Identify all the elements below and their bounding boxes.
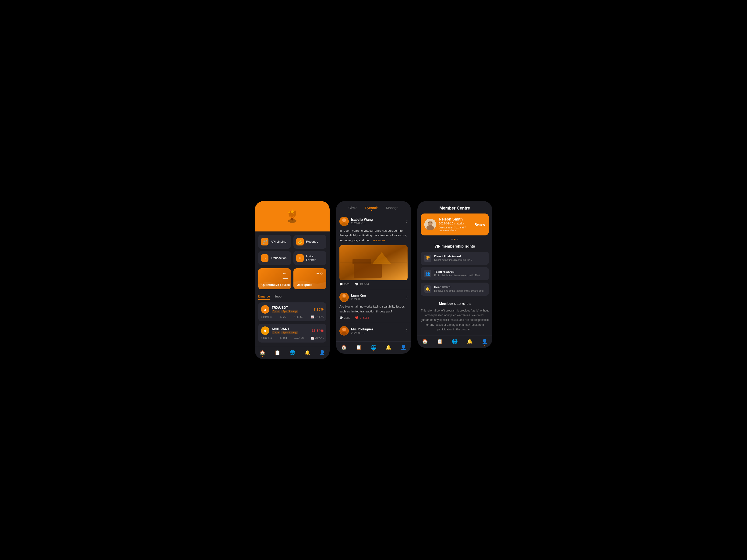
revenue-icon: 💰 bbox=[296, 238, 304, 245]
comment-icon-1: 💬 bbox=[339, 283, 343, 286]
s3-nav-globe[interactable]: 🌐 bbox=[452, 339, 458, 344]
binance-tab[interactable]: Binance bbox=[258, 294, 270, 300]
s1-nav-home[interactable]: 🏠 bbox=[260, 350, 265, 355]
svg-point-4 bbox=[342, 218, 346, 222]
share-icon-2[interactable]: ⤴ bbox=[406, 295, 408, 299]
revenue-button[interactable]: 💰 Revenue bbox=[293, 235, 326, 249]
s1-nav-user[interactable]: 👤 bbox=[319, 350, 325, 355]
post-2: Liam Kim 2024-03-13 ⤴ Are blockchain net… bbox=[336, 289, 411, 323]
post-image-1 bbox=[339, 245, 408, 280]
dot-3[interactable] bbox=[457, 239, 458, 240]
post-1: Isabella Wang 2024-03-13 ⤴ In recent yea… bbox=[336, 213, 411, 289]
member-maturity: 2024-03-25 maturity bbox=[439, 222, 472, 225]
trx-stat-price: $ 0.94885 bbox=[261, 316, 273, 319]
vip-title: VIP membership rights bbox=[417, 244, 492, 248]
s1-nav-bell[interactable]: 🔔 bbox=[304, 350, 310, 355]
comment-icon-2: 💬 bbox=[339, 316, 343, 319]
s2-nav-home[interactable]: 🏠 bbox=[341, 344, 347, 350]
s1-bottom-nav: 🏠 📋 🌐 🔔 👤 bbox=[255, 347, 330, 359]
heart-icon-1: 🤍 bbox=[355, 283, 359, 286]
liam-post-text: Are blockchain networks facing scalabili… bbox=[339, 304, 408, 314]
shib-stat-price: $ 0.65852 bbox=[261, 337, 273, 340]
screen-1: 🔗 API binding 💰 Revenue ↔ Transaction ✉ … bbox=[255, 201, 330, 359]
team-icon: 👥 bbox=[424, 270, 431, 277]
dot-2[interactable] bbox=[454, 239, 456, 240]
s2-nav-user[interactable]: 👤 bbox=[401, 344, 406, 350]
s1-nav-home-dot bbox=[262, 356, 263, 357]
vip-rights: 🏆 Direct Push Award Robot activation dir… bbox=[417, 252, 492, 296]
manage-tab[interactable]: Manage bbox=[386, 206, 398, 211]
member-info: Nelson Smith 2024-03-25 maturity Directl… bbox=[439, 217, 472, 232]
dynamic-tab[interactable]: Dynamic bbox=[365, 206, 379, 211]
user-guide-card[interactable]: ✦✧ User guide bbox=[293, 268, 326, 289]
right-peer-award: 🔔 Peer award Receive 5% of the total mon… bbox=[421, 283, 489, 296]
bell-icon: 🔔 bbox=[424, 285, 431, 293]
share-icon-3[interactable]: ⤴ bbox=[406, 329, 408, 333]
quant-icon: ▪▪━━ bbox=[283, 271, 288, 281]
like-action-2[interactable]: ❤️ 275188 bbox=[355, 316, 369, 319]
s1-nav-list[interactable]: 📋 bbox=[275, 350, 280, 355]
see-more-1[interactable]: see more bbox=[372, 238, 385, 242]
trx-pct: 7.25% bbox=[313, 307, 324, 311]
svg-rect-8 bbox=[353, 259, 371, 264]
like-action-1[interactable]: 🤍 130564 bbox=[355, 283, 369, 286]
exchange-tabs: Binance Huobi bbox=[255, 293, 330, 300]
s2-nav-globe-dot bbox=[373, 350, 374, 351]
trading-section: ▲ TRX/USDT Cycle Sync Strategy 7.25% bbox=[255, 300, 330, 347]
s3-nav-home[interactable]: 🏠 bbox=[422, 339, 428, 344]
s2-nav-bell[interactable]: 🔔 bbox=[386, 344, 391, 350]
team-rewards-desc: Profit distribution team reward ratio 20… bbox=[434, 274, 480, 277]
mia-name: Mia Rodriguez bbox=[351, 327, 374, 331]
shib-stat-count: ◎ 124 bbox=[280, 337, 287, 340]
trx-tag-sync: Sync Strategy bbox=[281, 310, 298, 313]
transaction-button[interactable]: ↔ Transaction bbox=[258, 251, 291, 265]
cards-section: ▪▪━━ Quantitative course ✦✧ User guide bbox=[255, 268, 330, 293]
api-label: API binding bbox=[271, 240, 286, 243]
isabella-name: Isabella Wang bbox=[351, 218, 373, 221]
comment-action-2[interactable]: 💬 3289 bbox=[339, 316, 351, 319]
trx-stat-count: ◎ 25 bbox=[280, 316, 286, 319]
s3-nav-list[interactable]: 📋 bbox=[437, 339, 443, 344]
post-3: Mia Rodriguez 2024-03-12 ⤴ bbox=[336, 323, 411, 341]
quant-label: Quantitative course bbox=[261, 283, 290, 287]
comment-action-1[interactable]: 💬 2720 bbox=[339, 283, 351, 286]
liam-name: Liam Kim bbox=[351, 294, 366, 297]
svg-point-12 bbox=[342, 294, 346, 297]
s1-nav-globe[interactable]: 🌐 bbox=[289, 350, 295, 355]
guide-label: User guide bbox=[297, 283, 312, 287]
banner-icon bbox=[284, 208, 301, 224]
trx-stat-trend: 📈 37.48% bbox=[311, 316, 324, 319]
s3-nav-user[interactable]: 👤 bbox=[482, 339, 488, 344]
member-centre-title: Member Centre bbox=[439, 206, 470, 211]
post-1-actions: 💬 2720 🤍 130564 bbox=[339, 283, 408, 286]
s3-nav-bell[interactable]: 🔔 bbox=[467, 339, 473, 344]
huobi-tab[interactable]: Huobi bbox=[274, 294, 282, 300]
invite-friends-button[interactable]: ✉ Invite Friends bbox=[293, 251, 326, 265]
trx-name: TRX/USDT bbox=[272, 306, 298, 310]
s2-nav-globe[interactable]: 🌐 bbox=[371, 344, 377, 350]
s2-bottom-nav: 🏠 📋 🌐 🔔 👤 bbox=[336, 341, 411, 354]
peer-award-desc: Receive 5% of the total monthly award po… bbox=[434, 289, 484, 292]
quantitative-course-card[interactable]: ▪▪━━ Quantitative course bbox=[258, 268, 291, 289]
screen-2: Circle Dynamic Manage Isabella Wang bbox=[336, 201, 411, 354]
svg-point-16 bbox=[341, 332, 347, 336]
s2-nav-list[interactable]: 📋 bbox=[356, 344, 362, 350]
s3-nav-user-dot bbox=[484, 345, 485, 346]
member-name: Nelson Smith bbox=[439, 217, 472, 221]
guide-icon: ✦✧ bbox=[316, 271, 323, 276]
circle-tab[interactable]: Circle bbox=[349, 206, 357, 211]
heart-icon-2: ❤️ bbox=[355, 316, 359, 319]
mia-avatar bbox=[339, 326, 349, 336]
liam-date: 2024-03-13 bbox=[351, 297, 366, 301]
renew-button[interactable]: Renew bbox=[474, 222, 485, 226]
shib-row: ◆ SHIB/USDT Cycle Sync Strategy -15.34% bbox=[258, 324, 326, 343]
s3-bottom-nav: 🏠 📋 🌐 🔔 👤 bbox=[417, 336, 492, 348]
api-icon: 🔗 bbox=[261, 238, 268, 245]
member-centre-header: Member Centre bbox=[417, 201, 492, 213]
api-binding-button[interactable]: 🔗 API binding bbox=[258, 235, 291, 249]
isabella-avatar bbox=[339, 217, 349, 226]
invite-label: Invite Friends bbox=[306, 255, 324, 262]
share-icon-1[interactable]: ⤴ bbox=[406, 219, 408, 223]
dot-1[interactable] bbox=[451, 239, 453, 240]
carousel-dots bbox=[417, 239, 492, 240]
